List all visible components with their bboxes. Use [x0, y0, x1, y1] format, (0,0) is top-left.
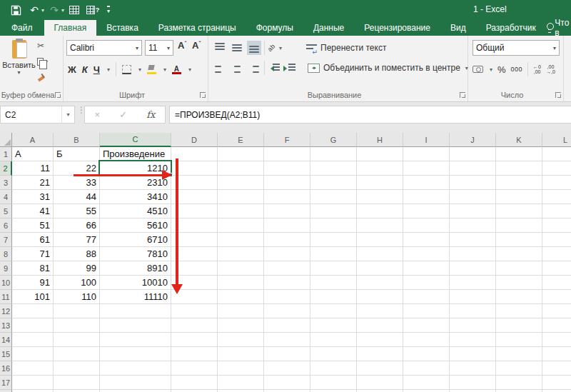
orientation-icon[interactable]: ab: [266, 43, 276, 53]
cell-K5[interactable]: [496, 204, 542, 218]
decrease-indent-button[interactable]: [268, 63, 281, 73]
cell-G1[interactable]: [310, 147, 357, 161]
redo-icon[interactable]: ↷: [46, 2, 63, 18]
cell-J17[interactable]: [450, 376, 496, 390]
insert-function-icon[interactable]: fx: [146, 109, 155, 120]
tab-формулы[interactable]: Формулы: [246, 20, 303, 36]
cell-C17[interactable]: [100, 376, 171, 390]
cell-H15[interactable]: [357, 347, 403, 361]
cell-B13[interactable]: [54, 318, 100, 333]
cell-F15[interactable]: [264, 347, 310, 361]
column-header-E[interactable]: E: [218, 133, 264, 147]
tab-главная[interactable]: Главная: [44, 20, 97, 36]
borders-icon[interactable]: [122, 65, 131, 74]
cancel-icon[interactable]: ×: [95, 109, 101, 120]
tab-файл[interactable]: Файл: [0, 20, 44, 36]
formula-bar-drag-handle[interactable]: ⋮: [77, 108, 81, 112]
decrease-decimal-button[interactable]: ,00→,0: [546, 64, 555, 74]
font-name-combobox[interactable]: Calibri ▾: [66, 40, 142, 56]
column-header-B[interactable]: B: [54, 133, 100, 147]
align-right-button[interactable]: [247, 61, 261, 75]
align-center-button[interactable]: [230, 61, 244, 75]
cell-F7[interactable]: [264, 233, 310, 247]
cell-G4[interactable]: [310, 190, 357, 204]
spreadsheet-icon[interactable]: [66, 2, 83, 18]
cell-C6[interactable]: 5610: [100, 218, 171, 233]
cell-G16[interactable]: [310, 361, 357, 376]
column-header-D[interactable]: D: [171, 133, 218, 147]
cell-E15[interactable]: [218, 347, 264, 361]
cell-G5[interactable]: [310, 204, 357, 218]
cell-L17[interactable]: [542, 376, 571, 390]
cell-A16[interactable]: [12, 361, 54, 376]
cell-K17[interactable]: [496, 376, 542, 390]
cell-I9[interactable]: [403, 261, 450, 276]
cell-I6[interactable]: [403, 218, 450, 233]
cell-H1[interactable]: [357, 147, 403, 161]
cell-G12[interactable]: [310, 304, 357, 318]
cell-G11[interactable]: [310, 290, 357, 304]
cell-G13[interactable]: [310, 318, 357, 333]
cell-E9[interactable]: [218, 261, 264, 276]
cell-L2[interactable]: [542, 161, 571, 176]
undo-dropdown-icon[interactable]: ▾: [41, 7, 44, 14]
cell-G10[interactable]: [310, 276, 357, 290]
cell-K15[interactable]: [496, 347, 542, 361]
cell-K14[interactable]: [496, 333, 542, 347]
row-header-5[interactable]: 5: [0, 204, 12, 218]
cell-B15[interactable]: [54, 347, 100, 361]
cell-A13[interactable]: [12, 318, 54, 333]
align-middle-button[interactable]: [230, 41, 244, 55]
row-header-8[interactable]: 8: [0, 247, 12, 261]
tell-me-box[interactable]: Что в: [546, 20, 571, 36]
cell-E8[interactable]: [218, 247, 264, 261]
row-header-1[interactable]: 1: [0, 147, 12, 161]
cell-D14[interactable]: [171, 333, 218, 347]
cell-C16[interactable]: [100, 361, 171, 376]
cell-J16[interactable]: [450, 361, 496, 376]
cell-F3[interactable]: [264, 176, 310, 190]
cell-H6[interactable]: [357, 218, 403, 233]
cell-G9[interactable]: [310, 261, 357, 276]
cell-G7[interactable]: [310, 233, 357, 247]
cell-A5[interactable]: 41: [12, 204, 54, 218]
increase-font-size-button[interactable]: Aˆ: [178, 40, 186, 51]
cell-J13[interactable]: [450, 318, 496, 333]
cell-I4[interactable]: [403, 190, 450, 204]
cell-C13[interactable]: [100, 318, 171, 333]
cell-L4[interactable]: [542, 190, 571, 204]
cell-C5[interactable]: 4510: [100, 204, 171, 218]
paste-button[interactable]: Вставить ▾: [3, 39, 35, 86]
cell-K13[interactable]: [496, 318, 542, 333]
cell-E3[interactable]: [218, 176, 264, 190]
cell-D17[interactable]: [171, 376, 218, 390]
column-header-G[interactable]: G: [310, 133, 357, 147]
bold-button[interactable]: Ж: [68, 64, 76, 75]
cell-C12[interactable]: [100, 304, 171, 318]
cell-J9[interactable]: [450, 261, 496, 276]
clipboard-dialog-launcher[interactable]: [55, 92, 61, 98]
cell-F9[interactable]: [264, 261, 310, 276]
cell-K4[interactable]: [496, 190, 542, 204]
tab-разработчик[interactable]: Разработчик: [476, 20, 546, 36]
alignment-dialog-launcher[interactable]: [460, 92, 465, 98]
row-header-17[interactable]: 17: [0, 376, 12, 390]
row-header-16[interactable]: 16: [0, 361, 12, 376]
accounting-dropdown-icon[interactable]: ▾: [490, 66, 492, 73]
cell-G8[interactable]: [310, 247, 357, 261]
cell-K11[interactable]: [496, 290, 542, 304]
cell-I2[interactable]: [403, 161, 450, 176]
underline-dropdown-icon[interactable]: ▾: [107, 66, 110, 73]
cell-L13[interactable]: [542, 318, 571, 333]
cell-K7[interactable]: [496, 233, 542, 247]
cell-C11[interactable]: 11110: [100, 290, 171, 304]
cell-B11[interactable]: 110: [54, 290, 100, 304]
cell-I1[interactable]: [403, 147, 450, 161]
row-header-4[interactable]: 4: [0, 190, 12, 204]
cell-E12[interactable]: [218, 304, 264, 318]
cell-C14[interactable]: [100, 333, 171, 347]
tab-рецензирование[interactable]: Рецензирование: [354, 20, 440, 36]
tab-данные[interactable]: Данные: [303, 20, 354, 36]
cut-button[interactable]: ✂: [37, 40, 48, 51]
cell-I11[interactable]: [403, 290, 450, 304]
